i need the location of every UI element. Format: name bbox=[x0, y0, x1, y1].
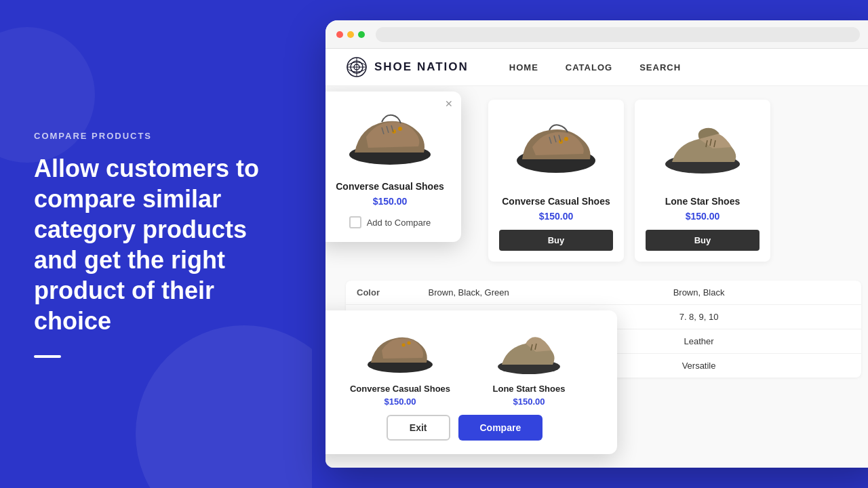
val-size-2: 7. 8, 9, 10 bbox=[536, 305, 861, 329]
widget-price-2: $150.00 bbox=[513, 396, 545, 407]
store-body: Converse Casual Shoes $150.00 Buy bbox=[326, 86, 868, 468]
left-panel: COMPARE PRODUCTS Allow customers to comp… bbox=[0, 0, 312, 488]
val-material-2: Leather bbox=[536, 329, 861, 354]
nav-catalog[interactable]: CATALOG bbox=[566, 62, 612, 73]
nav-home[interactable]: HOME bbox=[509, 62, 538, 73]
right-panel: SHOE NATION HOME CATALOG SEARCH bbox=[312, 0, 868, 488]
store-header: SHOE NATION HOME CATALOG SEARCH bbox=[326, 49, 868, 86]
svg-point-8 bbox=[564, 137, 568, 141]
dot-yellow bbox=[347, 31, 354, 38]
dot-green bbox=[358, 31, 365, 38]
buy-button-1[interactable]: Buy bbox=[499, 230, 613, 251]
val-color-2: Brown, Black bbox=[536, 281, 861, 305]
widget-actions: Exit Compare bbox=[328, 415, 601, 441]
store-nav: HOME CATALOG SEARCH bbox=[509, 62, 681, 73]
attr-material: Material bbox=[346, 329, 401, 354]
val-type-1: Trekking bbox=[401, 354, 536, 378]
table-row-type: Type Trekking Versatile bbox=[346, 354, 861, 378]
exit-button[interactable]: Exit bbox=[387, 415, 450, 441]
table-row-material: Material Leather Leather bbox=[346, 329, 861, 354]
product-name-1: Converse Casual Shoes bbox=[499, 196, 613, 207]
product-grid: Converse Casual Shoes $150.00 Buy bbox=[326, 86, 868, 275]
product-name-2: Lone Star Shoes bbox=[646, 196, 760, 207]
browser-dots bbox=[336, 31, 365, 38]
table-row-size: Size 8, 9, 10 7. 8, 9, 10 bbox=[346, 305, 861, 329]
shoe-image-2 bbox=[658, 120, 747, 181]
shoe-image-1 bbox=[512, 120, 600, 181]
logo-icon bbox=[346, 56, 368, 78]
section-title: Allow customers to compare similar categ… bbox=[34, 153, 278, 336]
browser-bar bbox=[326, 20, 868, 49]
val-material-1: Leather bbox=[401, 329, 536, 354]
product-price-2: $150.00 bbox=[646, 211, 760, 222]
section-tag: COMPARE PRODUCTS bbox=[34, 131, 278, 141]
widget-price-1: $150.00 bbox=[384, 396, 416, 407]
dot-red bbox=[336, 31, 343, 38]
nav-search[interactable]: SEARCH bbox=[639, 62, 681, 73]
val-type-2: Versatile bbox=[536, 354, 861, 378]
compare-button[interactable]: Compare bbox=[458, 415, 543, 441]
product-price-1: $150.00 bbox=[499, 211, 613, 222]
attr-color: Color bbox=[346, 281, 401, 305]
attr-type: Type bbox=[346, 354, 401, 378]
browser-window: SHOE NATION HOME CATALOG SEARCH bbox=[326, 20, 868, 468]
widget-name-2: Lone Start Shoes bbox=[493, 384, 566, 394]
widget-name-1: Converse Casual Shoes bbox=[350, 384, 450, 394]
product-card-2: Lone Star Shoes $150.00 Buy bbox=[635, 100, 770, 262]
divider bbox=[34, 355, 61, 358]
buy-button-2[interactable]: Buy bbox=[646, 230, 760, 251]
product-img-2 bbox=[646, 113, 760, 188]
val-size-1: 8, 9, 10 bbox=[401, 305, 536, 329]
table-row-color: Color Brown, Black, Green Brown, Black bbox=[346, 281, 861, 305]
store-logo: SHOE NATION bbox=[346, 56, 469, 78]
compare-table: Color Brown, Black, Green Brown, Black S… bbox=[346, 281, 861, 378]
product-card-1: Converse Casual Shoes $150.00 Buy bbox=[488, 100, 624, 262]
store-name: SHOE NATION bbox=[374, 60, 469, 74]
attr-size: Size bbox=[346, 305, 401, 329]
browser-url-bar bbox=[376, 27, 860, 42]
product-img-1 bbox=[499, 113, 613, 188]
val-color-1: Brown, Black, Green bbox=[401, 281, 536, 305]
